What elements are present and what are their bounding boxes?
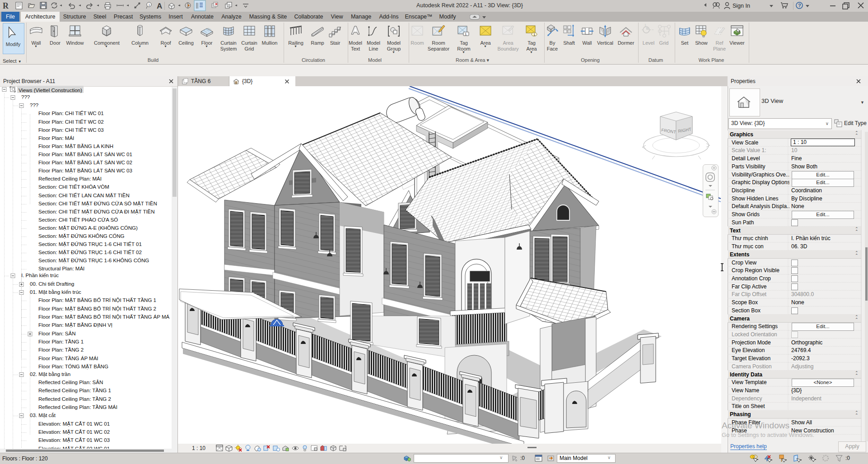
svg-text:?: ? <box>798 3 801 8</box>
svg-text:Sign In: Sign In <box>733 3 750 9</box>
svg-text:1: 1 <box>465 32 467 36</box>
svg-text:1: 1 <box>148 3 150 7</box>
svg-text:A: A <box>157 2 162 10</box>
svg-text:R: R <box>3 1 9 10</box>
svg-text::0: :0 <box>845 455 850 461</box>
svg-text:1: 1 <box>644 23 646 27</box>
svg-text:1: 1 <box>533 32 536 37</box>
